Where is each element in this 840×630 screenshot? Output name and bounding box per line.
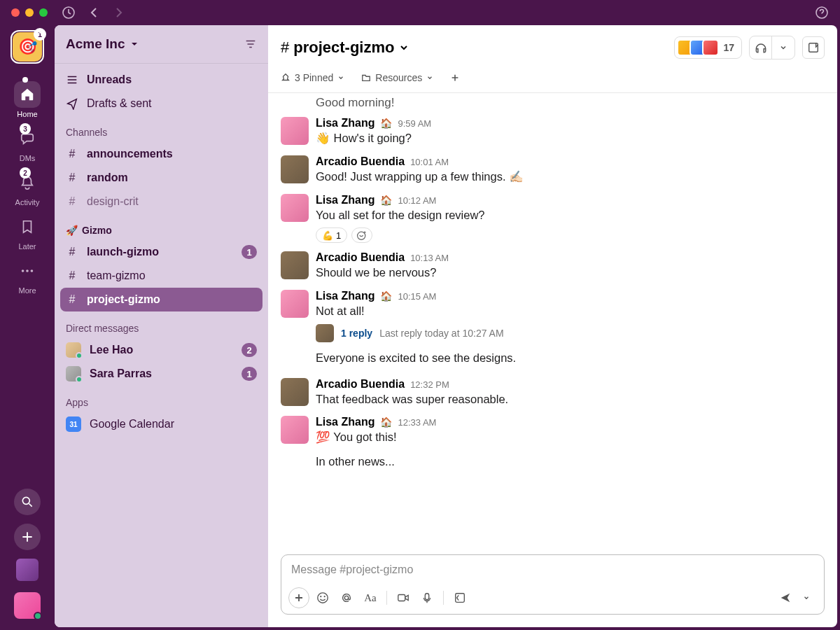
apps-header[interactable]: Apps (55, 386, 268, 412)
dms-header[interactable]: Direct messages (55, 312, 268, 338)
back-button[interactable] (87, 6, 101, 20)
close-window[interactable] (11, 8, 20, 17)
message-author[interactable]: Lisa Zhang (316, 117, 374, 130)
add-bookmark[interactable] (450, 73, 460, 83)
maximize-window[interactable] (39, 8, 48, 17)
channel-title[interactable]: # project-gizmo (281, 38, 410, 57)
message-author[interactable]: Arcadio Buendia (316, 155, 405, 168)
rail-later[interactable]: Later (14, 214, 41, 251)
message-list[interactable]: Good morning! Lisa Zhang🏠9:59 AM👋 How's … (268, 93, 837, 554)
avatar (66, 366, 81, 382)
svg-point-3 (26, 270, 29, 272)
pinned-tab[interactable]: 3 Pinned (281, 72, 344, 83)
svg-point-2 (22, 270, 24, 272)
rail-home[interactable]: Home (14, 81, 41, 118)
attach-button[interactable] (288, 587, 309, 608)
shortcuts-button[interactable] (449, 587, 470, 608)
composer-input[interactable]: Message #project-gizmo (281, 555, 824, 584)
plus-icon (450, 73, 460, 83)
channel-team-gizmo[interactable]: #team-gizmo (55, 264, 268, 288)
message-author[interactable]: Arcadio Buendia (316, 251, 405, 264)
channel-random[interactable]: #random (55, 166, 268, 190)
svg-point-9 (321, 596, 321, 597)
compose-button[interactable] (14, 524, 41, 550)
message[interactable]: Lisa Zhang🏠12:33 AM💯 You got this! (281, 412, 825, 450)
dm-lee-hao[interactable]: Lee Hao2 (55, 338, 268, 362)
message[interactable]: Arcadio Buendia10:13 AMShould we be nerv… (281, 247, 825, 286)
svg-point-8 (318, 593, 328, 603)
message[interactable]: Arcadio Buendia12:32 PMThat feedback was… (281, 374, 825, 412)
message-author[interactable]: Lisa Zhang (316, 290, 374, 302)
canvas-button[interactable] (802, 36, 825, 59)
rail-activity-label: Activity (15, 198, 40, 206)
channel-project-gizmo[interactable]: #project-gizmo (60, 288, 262, 312)
gizmo-header[interactable]: 🚀 Gizmo (55, 214, 268, 240)
hash-icon: # (66, 148, 78, 160)
user-avatar[interactable] (14, 592, 41, 619)
huddle-dropdown[interactable] (772, 36, 794, 59)
message-text: 👋 How's it going? (316, 130, 825, 147)
svg-point-4 (31, 270, 34, 272)
members-button[interactable]: 17 (674, 36, 742, 59)
minimize-window[interactable] (25, 8, 34, 17)
message-time: 12:33 AM (398, 417, 436, 428)
message-time: 9:59 AM (398, 118, 431, 129)
svg-point-5 (22, 497, 29, 504)
secondary-avatar[interactable] (16, 559, 38, 581)
rail-dms[interactable]: DMs 3 (14, 125, 41, 162)
status-emoji: 🏠 (380, 416, 392, 428)
avatar (281, 194, 309, 222)
home-indicator (22, 77, 28, 83)
message-author[interactable]: Lisa Zhang (316, 416, 374, 428)
rail-home-label: Home (17, 110, 37, 118)
forward-button[interactable] (112, 6, 126, 20)
channel-design-crit[interactable]: #design-crit (55, 190, 268, 214)
dm-sara-parras[interactable]: Sara Parras1 (55, 362, 268, 386)
avatar (281, 117, 309, 145)
format-button[interactable]: Aa (360, 587, 381, 608)
workspace-switcher[interactable]: 🎯1 (13, 32, 42, 62)
rail-dms-label: DMs (20, 154, 36, 162)
presence-indicator (34, 612, 42, 620)
channel-announcements[interactable]: #announcements (55, 142, 268, 166)
audio-button[interactable] (416, 587, 438, 608)
help-icon[interactable] (815, 6, 829, 20)
reaction[interactable]: 💪 1 (316, 227, 347, 243)
huddle-button[interactable] (750, 36, 772, 59)
thread-link[interactable]: 1 replyLast reply today at 10:27 AM (316, 324, 825, 342)
video-button[interactable] (393, 587, 414, 608)
history-icon[interactable] (62, 6, 76, 20)
rail-activity[interactable]: Activity 2 (14, 169, 41, 206)
message-text: That feedback was super reasonable. (316, 391, 825, 408)
message-time: 10:15 AM (398, 291, 436, 302)
message-author[interactable]: Arcadio Buendia (316, 378, 405, 391)
app-google-calendar[interactable]: 31Google Calendar (55, 412, 268, 436)
mention-button[interactable] (336, 587, 357, 608)
send-button[interactable] (775, 587, 796, 608)
sidebar-unreads[interactable]: Unreads (55, 68, 268, 92)
message-time: 10:13 AM (410, 253, 449, 263)
workspace-name[interactable]: Acme Inc (66, 36, 140, 52)
message[interactable]: Lisa Zhang🏠10:12 AMYou all set for the d… (281, 190, 825, 248)
message[interactable]: Lisa Zhang🏠9:59 AM👋 How's it going? (281, 113, 825, 151)
message[interactable]: Arcadio Buendia10:01 AMGood! Just wrappi… (281, 151, 825, 190)
sidebar-drafts[interactable]: Drafts & sent (55, 92, 268, 115)
rail-more-label: More (18, 286, 36, 295)
dms-badge: 3 (20, 123, 31, 134)
message-composer[interactable]: Message #project-gizmo Aa (281, 554, 825, 615)
avatar (281, 378, 309, 406)
pin-icon (281, 73, 290, 83)
avatar (281, 155, 309, 183)
message-author[interactable]: Lisa Zhang (316, 194, 374, 206)
hash-icon: # (66, 270, 78, 282)
search-button[interactable] (14, 489, 41, 515)
add-reaction[interactable] (351, 227, 372, 243)
channel-launch-gizmo[interactable]: #launch-gizmo1 (55, 240, 268, 264)
emoji-button[interactable] (312, 587, 333, 608)
message[interactable]: Lisa Zhang🏠10:15 AMNot at all!1 replyLas… (281, 286, 825, 346)
rail-more[interactable]: More (14, 258, 41, 295)
resources-tab[interactable]: Resources (361, 72, 433, 83)
send-options[interactable] (796, 587, 817, 608)
channels-header[interactable]: Channels (55, 115, 268, 142)
filter-icon[interactable] (244, 38, 257, 50)
